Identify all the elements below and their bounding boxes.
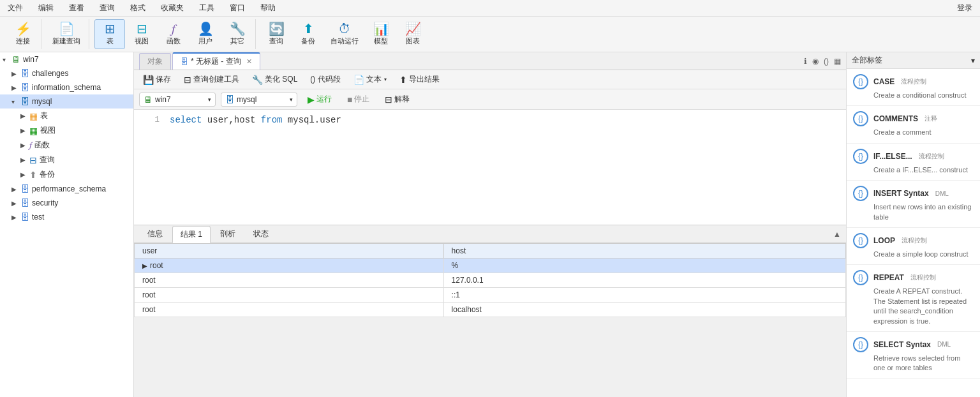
tab-grid-icon[interactable]: ▦: [834, 57, 841, 66]
code-snippet-button[interactable]: () 代码段: [306, 73, 344, 86]
sidebar-mysql-table[interactable]: ▶ ▦ 表: [0, 109, 133, 123]
right-item-desc-loop: Create a simple loop construct: [853, 250, 974, 259]
text-button[interactable]: 📄 文本 ▾: [350, 73, 390, 86]
expand-arrow-information-schema: ▶: [11, 84, 20, 91]
result-tab-result1[interactable]: 结果 1: [172, 226, 211, 243]
menu-window[interactable]: 窗口: [227, 1, 248, 15]
chart-button[interactable]: 📈 图表: [397, 19, 428, 49]
view-button[interactable]: ⊟ 视图: [126, 19, 157, 49]
table-row[interactable]: root localhost: [135, 303, 846, 317]
table-icon: ⊞: [105, 22, 115, 35]
sidebar-mysql-backup[interactable]: ▶ ⬆ 备份: [0, 167, 133, 182]
result-tab-status[interactable]: 状态: [245, 225, 277, 243]
result-tab-profile[interactable]: 剖析: [212, 225, 244, 243]
query-tab-icon: 🗄: [181, 57, 188, 66]
new-query-icon: 📄: [59, 22, 75, 35]
sidebar-root-win7[interactable]: ▾ 🖥 win7: [0, 52, 133, 66]
new-query-button[interactable]: 📄 新建查询: [47, 19, 86, 49]
connection-select[interactable]: 🖥 win7 ▾: [139, 93, 216, 107]
autorun-button[interactable]: ⏱ 自动运行: [325, 19, 364, 49]
connect-label: 连接: [16, 36, 30, 46]
table-row[interactable]: root ::1: [135, 288, 846, 303]
sql-space1: user,host: [207, 115, 261, 125]
right-panel-item-case[interactable]: {} CASE 流程控制 Create a conditional constr…: [847, 69, 980, 106]
main-layout: ▾ 🖥 win7 ▶ 🗄 challenges ▶ 🗄 information_…: [0, 52, 980, 397]
right-panel-header: 全部标签 ▾: [847, 52, 980, 69]
model-button[interactable]: 📊 模型: [366, 19, 396, 49]
right-item-desc-select: Retrieve rows selected from one or more …: [853, 354, 974, 373]
save-button[interactable]: 💾 保存: [139, 73, 175, 86]
beautify-button[interactable]: 🔧 美化 SQL: [248, 73, 301, 86]
col-header-host: host: [443, 244, 845, 258]
cell-host-2: 127.0.0.1: [443, 273, 845, 288]
database-select[interactable]: 🗄 mysql ▾: [221, 93, 297, 107]
user-button[interactable]: 👤 用户: [190, 19, 221, 49]
tab-query[interactable]: 🗄 * 无标题 - 查询 ✕: [172, 52, 260, 70]
stop-button[interactable]: ■ 停止: [342, 92, 375, 107]
sidebar-mysql-query[interactable]: ▶ ⊟ 查询: [0, 153, 133, 167]
sidebar-db-test[interactable]: ▶ 🗄 test: [0, 210, 133, 224]
right-panel-dropdown-icon[interactable]: ▾: [971, 56, 975, 65]
sidebar-db-challenges[interactable]: ▶ 🗄 challenges: [0, 66, 133, 80]
table-button[interactable]: ⊞ 表: [94, 19, 125, 49]
sidebar-db-security[interactable]: ▶ 🗄 security: [0, 196, 133, 210]
sidebar-label-perf: performance_schema: [32, 184, 106, 193]
right-panel-item-select[interactable]: {} SELECT Syntax DML Retrieve rows selec…: [847, 332, 980, 379]
backup-button[interactable]: ⬆ 备份: [293, 19, 323, 49]
other-button[interactable]: 🔧 其它: [222, 19, 253, 49]
export-button[interactable]: ⬆ 导出结果: [396, 73, 443, 86]
editor-area[interactable]: 1 select user,host from mysql.user: [134, 110, 846, 225]
result-tab-profile-label: 剖析: [220, 229, 235, 238]
menu-favorites[interactable]: 收藏夹: [158, 1, 186, 15]
explain-button[interactable]: ⊟ 解释: [380, 92, 415, 107]
results-collapse-button[interactable]: ▲: [833, 230, 841, 239]
menu-view[interactable]: 查看: [66, 1, 87, 15]
db-select-icon: 🗄: [225, 94, 234, 105]
tab-info-icon[interactable]: ℹ: [804, 57, 807, 66]
sidebar-db-information-schema[interactable]: ▶ 🗄 information_schema: [0, 80, 133, 94]
menu-format[interactable]: 格式: [128, 1, 148, 15]
right-item-desc-case: Create a conditional construct: [853, 91, 974, 100]
right-item-icon-case: {}: [853, 74, 868, 89]
sidebar-mysql-func[interactable]: ▶ 𝑓 函数: [0, 138, 133, 153]
model-label: 模型: [374, 36, 388, 46]
tab-circle-icon[interactable]: ◉: [812, 57, 819, 66]
backup-child-icon: ⬆: [29, 170, 37, 180]
run-button[interactable]: ▶ 运行: [302, 92, 337, 107]
sidebar-mysql-view[interactable]: ▶ ▦ 视图: [0, 123, 133, 138]
result-tab-status-label: 状态: [253, 229, 269, 238]
right-panel-item-repeat[interactable]: {} REPEAT 流程控制 Create A REPEAT construct…: [847, 265, 980, 332]
beautify-label: 美化 SQL: [265, 74, 297, 85]
toolbar-connect-group: ⚡ 连接: [5, 19, 41, 49]
backup-label: 备份: [301, 36, 315, 46]
tab-close-icon[interactable]: ✕: [246, 57, 252, 66]
right-panel-item-insert[interactable]: {} INSERT Syntax DML Insert new rows int…: [847, 181, 980, 228]
right-item-badge-insert: DML: [935, 190, 949, 197]
table-row[interactable]: root 127.0.0.1: [135, 273, 846, 288]
menu-file[interactable]: 文件: [5, 1, 26, 15]
right-panel-item-loop[interactable]: {} LOOP 流程控制 Create a simple loop constr…: [847, 228, 980, 265]
table-row[interactable]: ▶root %: [135, 258, 846, 273]
function-button[interactable]: 𝑓 函数: [158, 19, 189, 49]
menu-help[interactable]: 帮助: [258, 1, 278, 15]
tab-object[interactable]: 对象: [139, 53, 171, 70]
func-child-icon: 𝑓: [29, 140, 32, 151]
sidebar-db-mysql[interactable]: ▾ 🗄 mysql: [0, 94, 133, 109]
connect-button[interactable]: ⚡ 连接: [8, 19, 38, 49]
menu-edit[interactable]: 编辑: [36, 1, 56, 15]
view-child-icon: ▦: [29, 126, 38, 136]
query-button[interactable]: 🔄 查询: [261, 19, 292, 49]
result-tab-info[interactable]: 信息: [139, 225, 171, 243]
right-panel-item-comments[interactable]: {} COMMENTS 注释 Create a comment: [847, 106, 980, 143]
menu-query[interactable]: 查询: [97, 1, 117, 15]
db-icon-test: 🗄: [20, 212, 29, 222]
sidebar-label-mysql-table: 表: [40, 110, 48, 121]
menu-tools[interactable]: 工具: [197, 1, 217, 15]
query-builder-button[interactable]: ⊟ 查询创建工具: [180, 73, 243, 86]
cell-user-1: ▶root: [135, 258, 444, 273]
tab-braces-icon[interactable]: (): [824, 57, 829, 66]
right-panel-item-ifelse[interactable]: {} IF...ELSE... 流程控制 Create a IF...ELSE.…: [847, 144, 980, 181]
sidebar-label-mysql-view: 视图: [40, 125, 56, 136]
sidebar-db-performance-schema[interactable]: ▶ 🗄 performance_schema: [0, 182, 133, 196]
cell-host-4: localhost: [443, 303, 845, 317]
